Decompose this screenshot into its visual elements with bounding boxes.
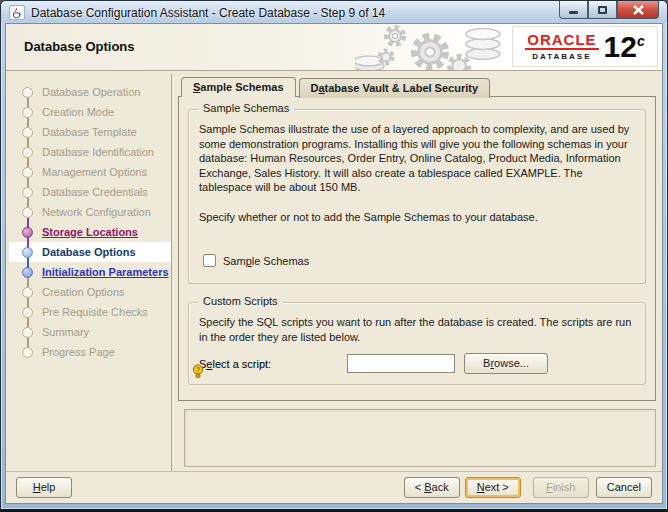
oracle-product-text: DATABASE [525, 52, 598, 61]
sidebar-step: Database Operation [9, 82, 171, 102]
hint-lightbulb-icon: ? [192, 364, 204, 383]
browse-button[interactable]: Browse... [464, 353, 548, 374]
gears-artwork [355, 24, 510, 70]
custom-scripts-group-title: Custom Scripts [198, 295, 283, 307]
step-node-icon [22, 287, 33, 298]
sample-schemas-group-title: Sample Schemas [198, 102, 294, 114]
java-app-icon [9, 5, 25, 20]
sidebar-step: Progress Page [9, 342, 171, 362]
maximize-button[interactable] [588, 1, 617, 19]
next-button[interactable]: Next > [465, 477, 521, 498]
sidebar-step: Management Options [9, 162, 171, 182]
sample-schemas-instruction: Specify whether or not to add the Sample… [199, 210, 635, 225]
sidebar-step: Database Template [9, 122, 171, 142]
button-bar: Help < Back Next > Finish Cancel [6, 472, 662, 503]
sidebar-step: Pre Requisite Checks [9, 302, 171, 322]
step-node-icon [22, 107, 33, 118]
sidebar-step: Creation Options [9, 282, 171, 302]
oracle-brand-text: ORACLE [525, 32, 598, 50]
step-node-icon [22, 247, 33, 258]
step-node-icon [22, 267, 33, 278]
sidebar-step: Creation Mode [9, 102, 171, 122]
step-node-icon [22, 227, 33, 238]
cancel-button[interactable]: Cancel [596, 477, 652, 498]
wizard-steps: Database Operation Creation Mode Databas… [9, 74, 172, 471]
close-button[interactable] [617, 1, 659, 19]
custom-scripts-group: Custom Scripts Specify the SQL scripts y… [188, 302, 646, 385]
sidebar-step: Summary [9, 322, 171, 342]
finish-button: Finish [533, 477, 589, 498]
page-title: Database Options [24, 39, 135, 54]
message-area [184, 409, 656, 467]
sample-schemas-description: Sample Schemas illustrate the use of a l… [199, 122, 635, 195]
back-button[interactable]: < Back [404, 477, 460, 498]
sidebar-step: Database Options [9, 242, 171, 262]
minimize-button[interactable] [559, 1, 588, 19]
script-path-input[interactable] [347, 354, 455, 373]
step-node-icon [22, 207, 33, 218]
oracle-version-text: 12c [604, 32, 645, 62]
close-icon [633, 5, 644, 15]
sample-schemas-tab-panel: Sample Schemas Sample Schemas illustrate… [178, 96, 656, 401]
help-button[interactable]: Help [16, 477, 72, 498]
maximize-icon [598, 6, 607, 14]
step-node-icon [22, 87, 33, 98]
tab-database-vault-label-security[interactable]: Database Vault & Label Security [299, 78, 491, 98]
sidebar-step[interactable]: Initialization Parameters [9, 262, 171, 282]
minimize-icon [569, 11, 578, 14]
tab-sample-schemas[interactable]: Sample Schemas [181, 77, 296, 97]
sample-schemas-checkbox-label: Sample Schemas [223, 255, 309, 267]
step-node-icon [22, 347, 33, 358]
dbca-window: Database Configuration Assistant - Creat… [0, 0, 668, 512]
tab-strip: Sample Schemas Database Vault & Label Se… [181, 76, 656, 96]
sample-schemas-group: Sample Schemas Sample Schemas illustrate… [188, 109, 646, 284]
step-node-icon [22, 327, 33, 338]
step-node-icon [22, 147, 33, 158]
select-script-label: Select a script: [199, 358, 347, 370]
sample-schemas-checkbox[interactable] [203, 254, 216, 267]
sidebar-step: Network Configuration [9, 202, 171, 222]
sidebar-step: Database Identification [9, 142, 171, 162]
step-node-icon [22, 167, 33, 178]
step-node-icon [22, 187, 33, 198]
oracle-12c-logo: ORACLE DATABASE 12c [512, 26, 658, 67]
step-node-icon [22, 127, 33, 138]
sidebar-step[interactable]: Storage Locations [9, 222, 171, 242]
page-header: Database Options [6, 24, 662, 71]
svg-text:?: ? [196, 366, 200, 373]
step-node-icon [22, 307, 33, 318]
sidebar-step: Database Credentials [9, 182, 171, 202]
custom-scripts-description: Specify the SQL scripts you want to run … [199, 315, 635, 344]
